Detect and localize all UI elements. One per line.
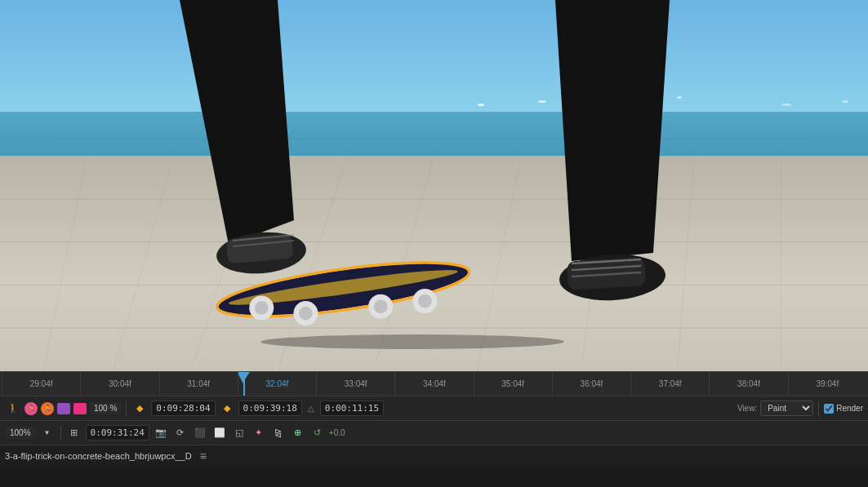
tool-icon-3[interactable]: ⬜ <box>211 425 228 441</box>
walk-icon[interactable]: 🚶 <box>5 401 21 417</box>
separator-3 <box>60 426 61 441</box>
fit-view-icon[interactable]: ⊞ <box>66 425 82 441</box>
tool-icon-5[interactable]: ✦ <box>251 425 267 441</box>
track-icon-orange[interactable]: 🏃 <box>41 402 54 415</box>
timeline-mark-34: 34:04f <box>394 372 473 396</box>
camera-icon[interactable]: 📷 <box>153 425 169 441</box>
playhead <box>243 372 245 396</box>
timeline-mark-29: 29:04f <box>2 372 80 396</box>
timeline-mark-35: 35:04f <box>474 372 552 396</box>
timeline-mark-33: 33:04f <box>316 372 394 396</box>
skater-svg <box>0 0 868 371</box>
timeline-ruler: 29:04f 30:04f 31:04f 32:04f 33:04f 34:04… <box>0 372 868 396</box>
filename-label: 3-a-flip-trick-on-concrete-beach_hbrjuwp… <box>5 451 192 461</box>
plus-value: +0.0 <box>329 428 345 437</box>
zoom-value[interactable]: 100% <box>5 427 36 439</box>
duration-display: 0:00:11:15 <box>320 401 384 416</box>
video-area <box>0 0 868 371</box>
keyframe-icon-2[interactable]: ◆ <box>219 401 235 417</box>
percent-display: 100 % <box>90 402 121 414</box>
timecode-out: 0:09:39:18 <box>238 401 302 416</box>
timeline-mark-36: 36:04f <box>552 372 630 396</box>
control-bar-2: 100% ▼ ⊞ 0:09:31:24 📷 ⟳ ⬛ ⬜ ◱ ✦ ⧎ ⊕ ↺ +0… <box>0 420 868 445</box>
tool-icon-7[interactable]: ⊕ <box>290 425 306 441</box>
zoom-dropdown-icon[interactable]: ▼ <box>39 425 56 441</box>
tool-icon-2[interactable]: ⬛ <box>192 425 208 441</box>
tool-icon-8[interactable]: ↺ <box>309 425 326 441</box>
delta-icon: △ <box>305 402 317 414</box>
menu-icon[interactable]: ≡ <box>200 449 207 463</box>
separator-2 <box>818 401 819 416</box>
control-bar-1: 🚶 🏃 🏃 100 % ◆ 0:09:28:04 ◆ 0:09:39:18 △ … <box>0 396 868 420</box>
tool-icon-1[interactable]: ⟳ <box>172 425 189 441</box>
track-icon-pink[interactable]: 🏃 <box>24 402 38 415</box>
timeline-mark-30: 30:04f <box>80 372 158 396</box>
timecode-current: 0:09:31:24 <box>86 425 149 441</box>
timeline-mark-31: 31:04f <box>159 372 238 396</box>
tool-icon-4[interactable]: ◱ <box>231 425 247 441</box>
view-mode-select[interactable]: Paint Original Final <box>760 401 813 416</box>
timeline-mark-37: 37:04f <box>630 372 709 396</box>
color-swatch-purple[interactable] <box>57 403 70 414</box>
color-swatch-pink[interactable] <box>73 403 87 414</box>
timeline-mark-38: 38:04f <box>709 372 787 396</box>
view-label: View: <box>737 404 757 413</box>
timeline-area[interactable]: 29:04f 30:04f 31:04f 32:04f 33:04f 34:04… <box>0 371 868 396</box>
timeline-mark-39: 39:04f <box>788 372 866 396</box>
separator-1 <box>126 401 127 416</box>
label-bar: 3-a-flip-trick-on-concrete-beach_hbrjuwp… <box>0 445 868 467</box>
render-checkbox[interactable] <box>824 404 834 414</box>
timecode-in: 0:09:28:04 <box>151 401 215 416</box>
keyframe-icon[interactable]: ◆ <box>131 401 148 417</box>
tool-icon-6[interactable]: ⧎ <box>270 425 287 441</box>
render-label: Render <box>836 404 863 413</box>
render-checkbox-group[interactable]: Render <box>824 404 863 414</box>
